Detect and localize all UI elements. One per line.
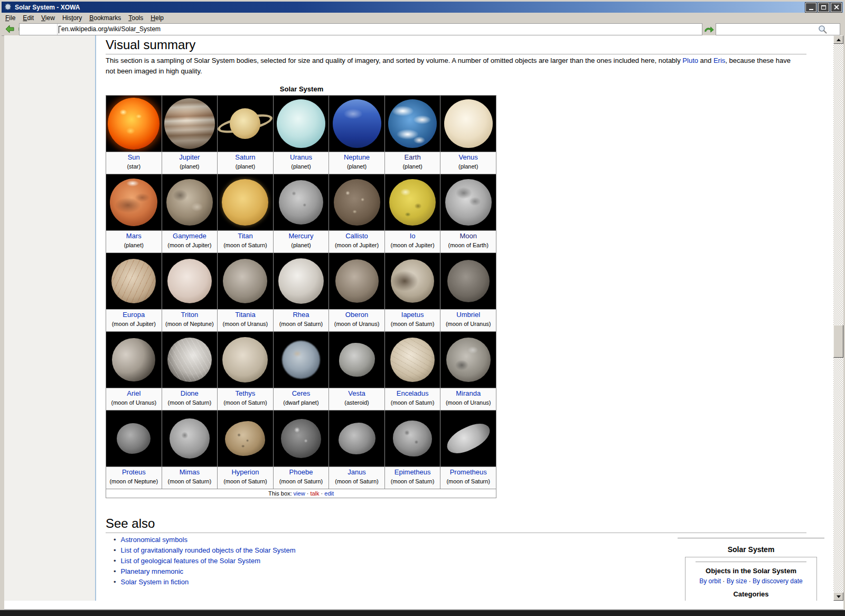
ganymede-link[interactable]: Ganymede xyxy=(173,232,206,240)
epimetheus-image[interactable] xyxy=(393,421,432,456)
menu-history[interactable]: History xyxy=(59,13,86,23)
menu-bookmarks[interactable]: Bookmarks xyxy=(86,13,125,23)
menu-help[interactable]: Help xyxy=(147,13,167,23)
rhea-link[interactable]: Rhea xyxy=(293,311,309,319)
minimize-button[interactable] xyxy=(805,3,816,12)
titan-link[interactable]: Titan xyxy=(238,232,252,240)
iapetus-link[interactable]: Iapetus xyxy=(401,311,424,319)
menu-edit[interactable]: Edit xyxy=(19,13,37,23)
venus-link[interactable]: Venus xyxy=(459,153,478,161)
scroll-up-button[interactable] xyxy=(833,35,843,44)
jupiter-image[interactable] xyxy=(164,98,215,149)
phoebe-image[interactable] xyxy=(281,419,321,458)
prometheus-image[interactable] xyxy=(443,418,494,459)
see-also-link[interactable]: List of geological features of the Solar… xyxy=(121,557,260,565)
neptune-image[interactable] xyxy=(333,99,381,148)
navbox-link[interactable]: By orbit xyxy=(699,577,721,585)
tethys-link[interactable]: Tethys xyxy=(236,389,256,397)
navbox-link[interactable]: By discovery date xyxy=(753,577,803,585)
dione-image[interactable] xyxy=(167,338,212,382)
dione-link[interactable]: Dione xyxy=(181,389,199,397)
pluto-link[interactable]: Pluto xyxy=(682,57,698,64)
scrollbar-thumb[interactable] xyxy=(833,325,843,358)
prometheus-link[interactable]: Prometheus xyxy=(450,468,487,476)
ganymede-image[interactable] xyxy=(166,179,213,226)
neptune-link[interactable]: Neptune xyxy=(344,153,370,161)
maximize-button[interactable] xyxy=(818,3,829,12)
europa-link[interactable]: Europa xyxy=(123,311,145,319)
vesta-image[interactable] xyxy=(339,343,375,377)
epimetheus-link[interactable]: Epimetheus xyxy=(395,468,431,476)
proteus-image[interactable] xyxy=(117,423,151,454)
hyperion-image[interactable] xyxy=(225,421,265,456)
venus-image[interactable] xyxy=(444,99,493,148)
menu-tools[interactable]: Tools xyxy=(125,13,147,23)
ariel-image[interactable] xyxy=(112,338,155,381)
io-link[interactable]: Io xyxy=(410,232,416,240)
miranda-image[interactable] xyxy=(446,338,491,382)
titania-image[interactable] xyxy=(223,259,267,303)
search-icon[interactable] xyxy=(818,24,828,34)
scroll-down-button[interactable] xyxy=(833,592,843,601)
see-also-link[interactable]: Solar System in fiction xyxy=(121,578,189,586)
menu-view[interactable]: View xyxy=(37,13,59,23)
moon-link[interactable]: Moon xyxy=(459,232,477,240)
mimas-image[interactable] xyxy=(170,418,210,459)
miranda-link[interactable]: Miranda xyxy=(456,389,481,397)
see-also-link[interactable]: Astronomical symbols xyxy=(121,536,187,544)
mimas-link[interactable]: Mimas xyxy=(180,468,200,476)
phoebe-link[interactable]: Phoebe xyxy=(289,468,313,476)
callisto-link[interactable]: Callisto xyxy=(345,232,368,240)
saturn-image[interactable] xyxy=(219,98,271,149)
enceladus-link[interactable]: Enceladus xyxy=(397,389,429,397)
hyperion-link[interactable]: Hyperion xyxy=(231,468,259,476)
moon-image[interactable] xyxy=(445,179,492,226)
europa-image[interactable] xyxy=(111,259,156,303)
triton-link[interactable]: Triton xyxy=(181,311,198,319)
mercury-image[interactable] xyxy=(279,180,323,225)
ceres-link[interactable]: Ceres xyxy=(292,389,311,397)
earth-link[interactable]: Earth xyxy=(405,153,421,161)
saturn-link[interactable]: Saturn xyxy=(235,153,255,161)
back-button[interactable] xyxy=(4,24,16,34)
address-bar[interactable]: en.wikipedia.org/wiki/Solar_System xyxy=(19,23,702,35)
vesta-link[interactable]: Vesta xyxy=(348,389,365,397)
footer-link-view[interactable]: view xyxy=(294,490,305,497)
mars-link[interactable]: Mars xyxy=(126,232,142,240)
scrollbar-track[interactable] xyxy=(833,44,843,592)
mercury-link[interactable]: Mercury xyxy=(288,232,313,240)
sun-link[interactable]: Sun xyxy=(128,153,140,161)
search-input[interactable] xyxy=(717,24,814,34)
janus-link[interactable]: Janus xyxy=(348,468,366,476)
titan-image[interactable] xyxy=(222,179,268,226)
close-button[interactable] xyxy=(831,3,842,12)
jupiter-link[interactable]: Jupiter xyxy=(179,153,200,161)
earth-image[interactable] xyxy=(388,99,437,148)
enceladus-image[interactable] xyxy=(390,338,435,382)
janus-image[interactable] xyxy=(339,423,375,454)
eris-link[interactable]: Eris xyxy=(713,57,725,64)
mars-image[interactable] xyxy=(110,179,157,226)
titania-link[interactable]: Titania xyxy=(235,311,256,319)
ariel-link[interactable]: Ariel xyxy=(127,389,140,397)
sun-image[interactable] xyxy=(108,98,159,150)
uranus-link[interactable]: Uranus xyxy=(290,153,312,161)
tethys-image[interactable] xyxy=(222,337,268,382)
go-button[interactable] xyxy=(702,24,715,34)
uranus-image[interactable] xyxy=(277,99,325,148)
umbriel-image[interactable] xyxy=(447,260,490,302)
menu-file[interactable]: File xyxy=(2,13,19,23)
oberon-image[interactable] xyxy=(335,259,379,303)
footer-link-edit[interactable]: edit xyxy=(324,490,334,497)
proteus-link[interactable]: Proteus xyxy=(122,468,146,476)
iapetus-image[interactable] xyxy=(391,259,434,303)
umbriel-link[interactable]: Umbriel xyxy=(456,311,480,319)
triton-image[interactable] xyxy=(167,259,212,303)
io-image[interactable] xyxy=(389,179,436,226)
rhea-image[interactable] xyxy=(278,258,324,304)
navbox-link[interactable]: By size xyxy=(727,577,747,585)
footer-link-talk[interactable]: talk xyxy=(310,490,319,497)
see-also-link[interactable]: List of gravitationally rounded objects … xyxy=(121,546,296,554)
oberon-link[interactable]: Oberon xyxy=(345,311,368,319)
ceres-image[interactable] xyxy=(282,341,320,379)
